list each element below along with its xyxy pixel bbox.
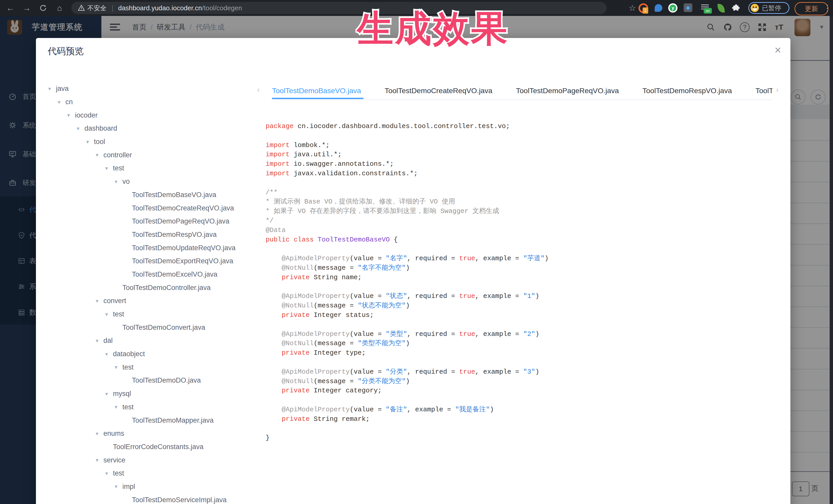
- tree-node[interactable]: ▾dataobject: [48, 347, 259, 361]
- caret-down-icon[interactable]: ▾: [96, 431, 103, 437]
- tree-node[interactable]: ▾tool: [48, 135, 259, 149]
- bookmark-star-icon[interactable]: ☆: [625, 0, 640, 16]
- tree-node[interactable]: ToolTestDemoPageReqVO.java: [48, 215, 259, 228]
- caret-down-icon[interactable]: ▾: [105, 471, 113, 477]
- caret-down-icon[interactable]: ▾: [115, 364, 122, 370]
- extension-orange-icon[interactable]: 1: [639, 3, 648, 13]
- tree-node[interactable]: ▾cn: [48, 95, 259, 109]
- reload-button[interactable]: [36, 0, 50, 16]
- caret-down-icon[interactable]: ▾: [105, 311, 113, 317]
- tree-node[interactable]: ▾vo: [48, 175, 259, 188]
- tree-node[interactable]: ▾dashboard: [48, 122, 259, 135]
- tree-node-label: dashboard: [85, 124, 117, 133]
- tree-node-label: test: [113, 164, 124, 172]
- tab-ToolTestDemoBaseVO.java[interactable]: ToolTestDemoBaseVO.java: [272, 83, 361, 99]
- caret-down-icon[interactable]: ▾: [105, 351, 113, 357]
- caret-down-icon[interactable]: ▾: [105, 165, 113, 171]
- tree-node[interactable]: ▾enums: [48, 427, 259, 440]
- home-button[interactable]: ⌂: [52, 0, 67, 16]
- tree-node-label: convert: [103, 297, 126, 305]
- extension-leaf-icon[interactable]: [716, 3, 726, 13]
- tab-next-icon[interactable]: ›: [776, 85, 779, 94]
- tree-node-label: java: [56, 85, 69, 93]
- security-warning[interactable]: 不安全: [78, 4, 106, 12]
- tree-node[interactable]: ToolErrorCodeConstants.java: [48, 440, 259, 454]
- extensions-puzzle-icon[interactable]: [732, 3, 741, 13]
- tree-node[interactable]: ▾controller: [48, 148, 259, 162]
- tree-node[interactable]: ToolTestDemoRespVO.java: [48, 228, 259, 241]
- code-preview-dialog: 代码预览 × ▾java▾cn▾iocoder▾dashboard▾tool▾c…: [36, 38, 790, 504]
- tab-ToolTestDemoCreateReqVO.java[interactable]: ToolTestDemoCreateReqVO.java: [385, 83, 493, 99]
- back-button[interactable]: ←: [3, 0, 18, 16]
- tab-prev-icon[interactable]: ‹: [257, 85, 260, 94]
- tree-node-label: ToolTestDemoRespVO.java: [132, 231, 217, 239]
- tree-node[interactable]: ToolTestDemoConvert.java: [48, 321, 259, 334]
- caret-down-icon[interactable]: ▾: [96, 152, 103, 158]
- annotation-overlay: 生成效果: [355, 5, 535, 53]
- caret-down-icon[interactable]: ▾: [96, 298, 103, 304]
- tree-node-label: ToolTestDemoDO.java: [132, 377, 201, 384]
- caret-down-icon[interactable]: ▾: [48, 86, 56, 92]
- caret-down-icon[interactable]: ▾: [105, 391, 113, 397]
- tree-node[interactable]: ToolTestDemoMapper.java: [48, 414, 259, 427]
- tree-node[interactable]: ▾test: [48, 467, 259, 480]
- tree-node[interactable]: ▾java: [48, 82, 259, 95]
- divider: |: [112, 4, 114, 12]
- extension-list-on-icon[interactable]: on: [701, 3, 710, 13]
- caret-down-icon[interactable]: ▾: [96, 338, 103, 344]
- code-block: package cn.iocoder.dashboard.modules.too…: [266, 122, 779, 443]
- tree-node[interactable]: ToolTestDemoUpdateReqVO.java: [48, 241, 259, 255]
- tab-ToolTestDemoRespVO.java[interactable]: ToolTestDemoRespVO.java: [643, 83, 732, 99]
- tree-node-label: service: [103, 456, 125, 464]
- warning-icon: [78, 5, 85, 11]
- caret-down-icon[interactable]: ▾: [115, 483, 122, 489]
- tree-node[interactable]: ▾test: [48, 308, 259, 321]
- caret-down-icon[interactable]: ▾: [77, 125, 85, 131]
- tree-node-label: ToolErrorCodeConstants.java: [113, 443, 204, 451]
- emoji-face-icon: [751, 4, 759, 12]
- paused-extension-pill[interactable]: 已暂停: [748, 2, 789, 14]
- extension-on-badge: on: [704, 8, 712, 14]
- tree-node[interactable]: ToolTestDemoExportReqVO.java: [48, 255, 259, 268]
- tree-node[interactable]: ToolTestDemoServiceImpl.java: [48, 493, 259, 504]
- tree-node-label: cn: [66, 98, 73, 106]
- caret-down-icon[interactable]: ▾: [67, 112, 75, 118]
- tree-node[interactable]: ▾impl: [48, 480, 259, 494]
- tree-node[interactable]: ▾mysql: [48, 387, 259, 401]
- caret-down-icon[interactable]: ▾: [96, 457, 103, 463]
- tree-node-label: test: [113, 310, 124, 318]
- tree-node-label: ToolTestDemoCreateReqVO.java: [132, 204, 234, 212]
- caret-down-icon[interactable]: ▾: [115, 404, 122, 410]
- tree-node[interactable]: ▾test: [48, 162, 259, 175]
- extension-diamond-icon[interactable]: ◆: [684, 3, 693, 13]
- tree-node[interactable]: ToolTestDemoCreateReqVO.java: [48, 201, 259, 215]
- tree-node-label: dal: [103, 337, 113, 345]
- tree-node[interactable]: ToolTestDemoController.java: [48, 281, 259, 294]
- tab-ToolTe[interactable]: ToolTe: [756, 83, 772, 99]
- tab-ToolTestDemoPageReqVO.java[interactable]: ToolTestDemoPageReqVO.java: [516, 83, 619, 99]
- caret-down-icon[interactable]: ▾: [58, 99, 66, 105]
- tree-node[interactable]: ToolTestDemoDO.java: [48, 374, 259, 387]
- tree-node[interactable]: ToolTestDemoExcelVO.java: [48, 268, 259, 281]
- tree-node[interactable]: ▾test: [48, 361, 259, 374]
- tree-node[interactable]: ▾convert: [48, 294, 259, 308]
- extension-blue-drop-icon[interactable]: [654, 3, 663, 13]
- tree-node[interactable]: ▾dal: [48, 334, 259, 347]
- tree-node[interactable]: ▾iocoder: [48, 109, 259, 122]
- tree-node[interactable]: ▾test: [48, 401, 259, 414]
- tree-node-label: ToolTestDemoMapper.java: [132, 416, 214, 425]
- dialog-title: 代码预览: [48, 45, 84, 57]
- browser-menu-icon[interactable]: ⋮: [820, 0, 833, 16]
- tree-node[interactable]: ▾service: [48, 453, 259, 467]
- forward-button[interactable]: →: [20, 0, 34, 16]
- tree-node-label: ToolTestDemoExcelVO.java: [132, 270, 217, 279]
- tree-node-label: controller: [103, 151, 132, 159]
- file-tree: ▾java▾cn▾iocoder▾dashboard▾tool▾controll…: [48, 82, 259, 504]
- tree-node-label: ToolTestDemoController.java: [122, 284, 211, 292]
- caret-down-icon[interactable]: ▾: [115, 178, 122, 185]
- extension-green-circle-icon[interactable]: y: [668, 3, 677, 13]
- close-icon[interactable]: ×: [771, 44, 784, 56]
- tree-node-label: impl: [122, 483, 135, 491]
- tree-node[interactable]: ToolTestDemoBaseVO.java: [48, 188, 259, 202]
- caret-down-icon[interactable]: ▾: [86, 139, 94, 145]
